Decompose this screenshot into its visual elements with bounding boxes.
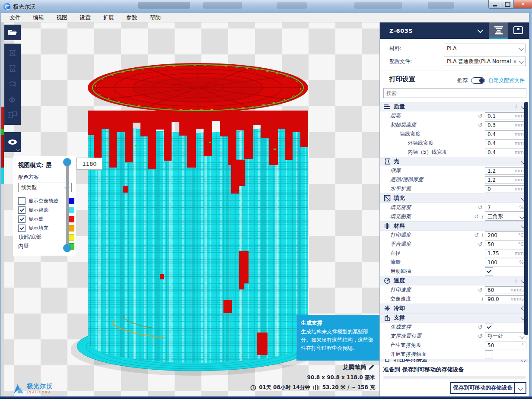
brand-subtitle: JGAURORA bbox=[27, 391, 53, 394]
maximize-button[interactable] bbox=[501, 0, 514, 9]
setting-row: 开启支撑接触面 bbox=[380, 350, 529, 359]
tab-monitor[interactable] bbox=[508, 22, 528, 39]
undo-icon[interactable]: ↺ bbox=[478, 113, 483, 119]
menu-item[interactable]: 帮助 bbox=[143, 13, 167, 22]
menu-item[interactable]: 参数 bbox=[120, 13, 143, 22]
setting-input[interactable]: 50°C bbox=[485, 241, 526, 248]
undo-icon[interactable]: ↺ bbox=[478, 324, 483, 330]
mode-toggle[interactable] bbox=[471, 77, 485, 84]
info-icon[interactable]: i bbox=[481, 296, 483, 302]
setting-input[interactable]: 50° bbox=[485, 342, 526, 349]
menu-item[interactable]: 编辑 bbox=[27, 13, 50, 22]
view-option-checkbox[interactable] bbox=[18, 225, 25, 232]
setting-value: 0.4 bbox=[487, 149, 496, 155]
setting-input[interactable]: 0.4mm bbox=[485, 149, 526, 156]
settings-scrollbar[interactable] bbox=[524, 102, 528, 335]
chevron-down-icon bbox=[519, 334, 524, 339]
setting-checkbox[interactable] bbox=[485, 323, 493, 331]
setting-checkbox[interactable] bbox=[485, 350, 493, 358]
section-header-quality[interactable]: 质量i bbox=[380, 102, 529, 111]
setting-label: 打印速度 bbox=[380, 286, 411, 294]
printer-name[interactable]: Z-603S bbox=[389, 28, 413, 34]
setting-input[interactable]: 0.3mm bbox=[485, 121, 526, 129]
setting-select[interactable]: 每一处 bbox=[485, 332, 526, 340]
close-button[interactable]: ✕ bbox=[513, 0, 532, 9]
setting-input[interactable]: 0mm bbox=[485, 185, 526, 193]
save-to-removable-button[interactable]: 保存到可移动的存储设备 bbox=[450, 382, 526, 394]
viewport-3d[interactable]: 视图模式: 层 配色方案 线类型 显示空走轨迹显示帮助显示壁显示填充顶部/底部内… bbox=[0, 22, 379, 396]
layer-slider-handle-bottom[interactable] bbox=[63, 244, 71, 252]
tab-print-settings[interactable] bbox=[489, 22, 508, 39]
scale-tool-icon[interactable] bbox=[8, 64, 17, 73]
setting-label: 水平扩展 bbox=[380, 185, 411, 193]
setting-unit: mm bbox=[515, 140, 524, 146]
layer-slider-track[interactable] bbox=[66, 162, 69, 250]
setting-input[interactable]: 60mm/s bbox=[485, 286, 526, 294]
chevron-down-icon[interactable] bbox=[477, 27, 483, 33]
setting-value: 50 bbox=[487, 241, 494, 247]
info-icon[interactable]: i bbox=[515, 278, 516, 284]
open-file-button[interactable] bbox=[4, 25, 21, 40]
setting-input[interactable]: 200°C bbox=[485, 231, 526, 239]
undo-icon[interactable]: ↺ bbox=[478, 333, 483, 339]
view-option-checkbox[interactable] bbox=[18, 197, 25, 205]
minimize-button[interactable] bbox=[488, 0, 502, 9]
view-mode-button[interactable] bbox=[4, 132, 21, 152]
section-header-material[interactable]: 材料 bbox=[380, 221, 529, 231]
model-render-pen-holder[interactable] bbox=[71, 56, 321, 379]
view-option-checkbox[interactable] bbox=[18, 206, 25, 214]
menu-item[interactable]: 文件 bbox=[3, 13, 27, 22]
section-header-cooling[interactable]: 冷却 bbox=[380, 304, 529, 313]
menu-item[interactable]: 扩展 bbox=[97, 13, 120, 22]
view-option-checkbox[interactable] bbox=[18, 215, 25, 223]
setting-input[interactable]: 0.4mm bbox=[485, 130, 526, 138]
mirror-tool-icon[interactable] bbox=[8, 95, 17, 104]
profile-select[interactable]: PLA 普通质量(PLA Normal Qua ★ bbox=[444, 57, 526, 66]
setting-label: 空走速度 bbox=[380, 295, 411, 303]
setting-input[interactable]: 1.2mm bbox=[485, 176, 526, 184]
material-select[interactable]: PLA bbox=[444, 44, 526, 53]
setting-input[interactable]: 0.4mm bbox=[485, 139, 526, 147]
save-button-dropdown[interactable] bbox=[514, 383, 526, 393]
setting-input[interactable]: 1.2mm bbox=[485, 167, 526, 175]
section-header-infill[interactable]: 填充 bbox=[380, 193, 529, 203]
section-header-shell[interactable]: 壳 bbox=[380, 157, 529, 166]
undo-icon[interactable]: ↺ bbox=[478, 287, 483, 293]
setting-row: 内墙（5）线宽度0.4mm bbox=[380, 148, 529, 157]
chevron-down-icon bbox=[519, 214, 524, 219]
setting-input[interactable]: 90.0mm/s bbox=[485, 295, 526, 303]
setting-label: 启动回抽 bbox=[380, 268, 411, 275]
section-header-speed[interactable]: 速度i bbox=[380, 276, 529, 285]
undo-icon[interactable]: ↺ bbox=[474, 232, 479, 238]
layer-slider-handle-top[interactable] bbox=[63, 158, 71, 166]
view-option-label: 显示壁 bbox=[29, 216, 68, 222]
undo-icon[interactable]: ↺ bbox=[478, 241, 483, 247]
section-header-adhesion[interactable]: 打印平台附着 bbox=[380, 359, 529, 362]
menu-item[interactable]: 设置 bbox=[73, 13, 97, 22]
color-scheme-select[interactable]: 线类型 bbox=[18, 183, 72, 192]
setting-input[interactable]: 0.1mm bbox=[485, 112, 526, 120]
setting-input[interactable]: 100% bbox=[485, 259, 526, 266]
setting-input[interactable]: 1.75mm bbox=[485, 250, 526, 257]
search-input[interactable] bbox=[384, 90, 526, 96]
info-icon[interactable]: i bbox=[481, 232, 483, 238]
undo-icon[interactable]: ↺ bbox=[474, 214, 479, 219]
rotate-tool-icon[interactable] bbox=[8, 79, 17, 89]
setting-checkbox[interactable] bbox=[485, 267, 493, 276]
menu-item[interactable]: 视图 bbox=[50, 13, 73, 22]
per-model-settings-icon[interactable] bbox=[7, 111, 18, 120]
save-button-label: 保存到可移动的存储设备 bbox=[451, 384, 514, 392]
setting-unit: % bbox=[519, 205, 524, 210]
custom-profile-link[interactable]: 自定义配置文件 bbox=[488, 77, 525, 84]
setting-label: 支撑放置位置 bbox=[380, 332, 421, 340]
info-icon[interactable]: i bbox=[515, 104, 516, 110]
setting-input[interactable]: 7% bbox=[485, 204, 526, 212]
undo-icon[interactable]: ↺ bbox=[478, 205, 483, 210]
setting-select[interactable]: 三角形 bbox=[485, 213, 526, 221]
move-tool-icon[interactable] bbox=[8, 48, 17, 58]
rename-pencil-icon[interactable] bbox=[369, 364, 375, 370]
section-header-support[interactable]: 支撑 bbox=[380, 313, 529, 323]
undo-icon[interactable]: ↺ bbox=[478, 122, 483, 128]
info-icon[interactable]: i bbox=[481, 214, 483, 220]
chevron-down-icon[interactable] bbox=[521, 359, 526, 362]
